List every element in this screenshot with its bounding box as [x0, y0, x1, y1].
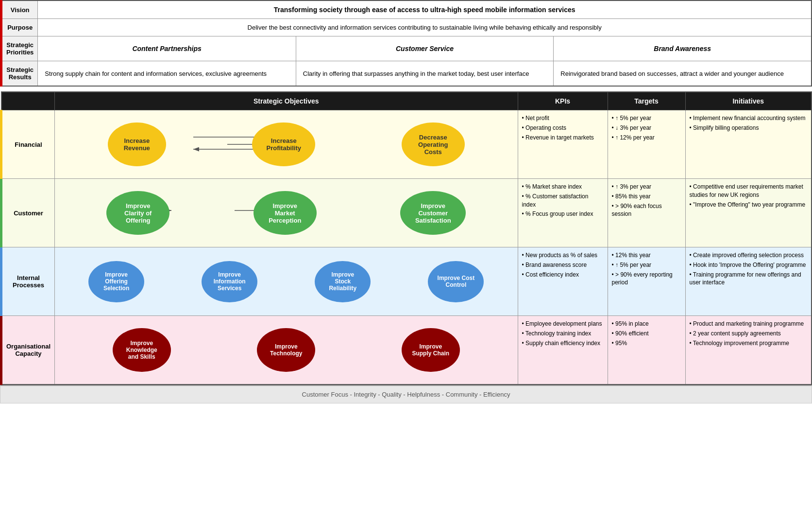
improve-information-node: ImproveInformationServices [202, 261, 257, 302]
vision-text: Transforming society through ease of acc… [38, 0, 812, 19]
decrease-operating-costs-node: DecreaseOperatingCosts [402, 122, 465, 166]
org-targets-list: 95% in place 90% efficient 95% [612, 320, 681, 347]
org-objectives: ImproveKnowledgeand Skills ImproveTechno… [55, 316, 518, 385]
internal-label: InternalProcesses [1, 247, 55, 316]
org-initiatives: Product and marketing training programme… [685, 316, 812, 385]
purpose-text: Deliver the best connectivity and inform… [38, 19, 812, 36]
int-target-1: 12% this year [612, 251, 681, 260]
values-bar: Customer Focus - Integrity - Quality - H… [0, 385, 812, 403]
int-init-2: Hook into 'Improve the Offering' program… [690, 261, 808, 269]
org-initiatives-list: Product and marketing training programme… [690, 320, 808, 347]
int-target-2: ↑ 5% per year [612, 261, 681, 269]
customer-kpis-list: % Market share index % Customer satisfac… [522, 183, 604, 218]
org-kpi-2: Technology training index [522, 330, 604, 338]
cust-kpi-1: % Market share index [522, 183, 604, 191]
improve-customer-oval: ImproveCustomerSatisfaction [400, 191, 466, 235]
customer-initiatives: Competitive end user requirements market… [685, 179, 812, 247]
int-target-3: > 90% every reporting period [612, 271, 681, 287]
kpis-header: KPIs [518, 92, 608, 110]
objectives-header: Strategic Objectives [55, 92, 518, 110]
org-kpis-list: Employee development plans Technology tr… [522, 320, 604, 347]
financial-targets: ↑ 5% per year ↓ 3% per year ↑ 12% per ye… [608, 110, 685, 179]
improve-cost-node: Improve CostControl [428, 261, 484, 302]
initiatives-header: Initiatives [685, 92, 812, 110]
improve-stock-node: ImproveStockReliability [315, 261, 371, 302]
internal-kpis: New products as % of sales Brand awarene… [518, 247, 608, 316]
org-target-1: 95% in place [612, 320, 681, 328]
improve-market-oval: ImproveMarketPerception [254, 191, 317, 235]
cust-target-2: 85% this year [612, 192, 681, 201]
int-kpi-2: Brand awareness score [522, 261, 604, 269]
increase-revenue-oval: IncreaseRevenue [108, 122, 166, 166]
int-kpi-1: New products as % of sales [522, 251, 604, 260]
improve-supply-oval: ImproveSupply Chain [402, 328, 460, 372]
customer-initiatives-list: Competitive end user requirements market… [690, 183, 808, 209]
org-init-3: Technology improvement programme [690, 339, 808, 348]
targets-header: Targets [608, 92, 685, 110]
purpose-label: Purpose [1, 19, 38, 36]
internal-initiatives-list: Create improved offering selection proce… [690, 251, 808, 287]
org-kpis: Employee development plans Technology tr… [518, 316, 608, 385]
int-init-3: Training programme for new offerings and… [690, 271, 808, 287]
financial-label: Financial [1, 110, 55, 179]
financial-objectives: IncreaseRevenue IncreaseProfitability De… [55, 110, 518, 179]
fin-kpi-2: Operating costs [522, 124, 604, 132]
org-label: OrganisationalCapacity [1, 316, 55, 385]
col3-result: Reinvigorated brand based on successes, … [554, 61, 812, 87]
financial-kpis-list: Net profit Operating costs Revenue in ta… [522, 114, 604, 141]
empty-header [1, 92, 55, 110]
fin-init-2: Simplify billing operations [690, 124, 808, 132]
org-targets: 95% in place 90% efficient 95% [608, 316, 685, 385]
cust-kpi-3: % Focus group user index [522, 210, 604, 218]
improve-technology-node: ImproveTechnology [257, 328, 315, 372]
strategic-results-label: StrategicResults [1, 61, 38, 87]
vision-label: Vision [1, 0, 38, 19]
financial-initiatives-list: Implement new financial accounting syste… [690, 114, 808, 132]
cust-init-2: "Improve the Offering" two year programm… [690, 201, 808, 209]
col2-result: Clarity in offering that surpasses anyth… [296, 61, 554, 87]
increase-profitability-oval: IncreaseProfitability [252, 122, 315, 166]
improve-clarity-oval: ImproveClarity ofOffering [106, 191, 169, 235]
improve-supply-node: ImproveSupply Chain [402, 328, 460, 372]
cust-target-1: ↑ 3% per year [612, 183, 681, 191]
improve-stock-oval: ImproveStockReliability [315, 261, 371, 302]
fin-target-2: ↓ 3% per year [612, 124, 681, 132]
fin-kpi-1: Net profit [522, 114, 604, 122]
improve-offering-oval: ImproveOfferingSelection [88, 261, 144, 302]
improve-knowledge-oval: ImproveKnowledgeand Skills [113, 328, 171, 372]
improve-information-oval: ImproveInformationServices [202, 261, 257, 302]
internal-initiatives: Create improved offering selection proce… [685, 247, 812, 316]
financial-kpis: Net profit Operating costs Revenue in ta… [518, 110, 608, 179]
internal-objectives: ImproveOfferingSelection ImproveInformat… [55, 247, 518, 316]
int-init-1: Create improved offering selection proce… [690, 251, 808, 260]
improve-clarity-node: ImproveClarity ofOffering [106, 191, 169, 235]
org-target-2: 90% efficient [612, 330, 681, 338]
customer-objectives: ImproveClarity ofOffering ImproveMarketP… [55, 179, 518, 247]
improve-knowledge-node: ImproveKnowledgeand Skills [113, 328, 171, 372]
org-kpi-3: Supply chain efficiency index [522, 339, 604, 348]
improve-market-node: ImproveMarketPerception [254, 191, 317, 235]
internal-targets-list: 12% this year ↑ 5% per year > 90% every … [612, 251, 681, 287]
org-kpi-1: Employee development plans [522, 320, 604, 328]
col1-priority: Content Partnerships [38, 36, 296, 61]
improve-technology-oval: ImproveTechnology [257, 328, 315, 372]
int-kpi-3: Cost efficiency index [522, 271, 604, 279]
increase-revenue-node: IncreaseRevenue [108, 122, 166, 166]
cust-target-3: > 90% each focus session [612, 202, 681, 219]
cust-init-1: Competitive end user requirements market… [690, 183, 808, 199]
strategic-priorities-label: StrategicPriorities [1, 36, 38, 61]
customer-targets: ↑ 3% per year 85% this year > 90% each f… [608, 179, 685, 247]
col2-priority: Customer Service [296, 36, 554, 61]
col3-priority: Brand Awareness [554, 36, 812, 61]
customer-kpis: % Market share index % Customer satisfac… [518, 179, 608, 247]
improve-customer-node: ImproveCustomerSatisfaction [400, 191, 466, 235]
customer-targets-list: ↑ 3% per year 85% this year > 90% each f… [612, 183, 681, 218]
fin-kpi-3: Revenue in target markets [522, 134, 604, 142]
org-init-2: 2 year content supply agreements [690, 330, 808, 338]
org-init-1: Product and marketing training programme [690, 320, 808, 328]
increase-profitability-node: IncreaseProfitability [252, 122, 315, 166]
col1-result: Strong supply chain for content and info… [38, 61, 296, 87]
internal-targets: 12% this year ↑ 5% per year > 90% every … [608, 247, 685, 316]
cust-kpi-2: % Customer satisfaction index [522, 192, 604, 209]
org-target-3: 95% [612, 339, 681, 348]
